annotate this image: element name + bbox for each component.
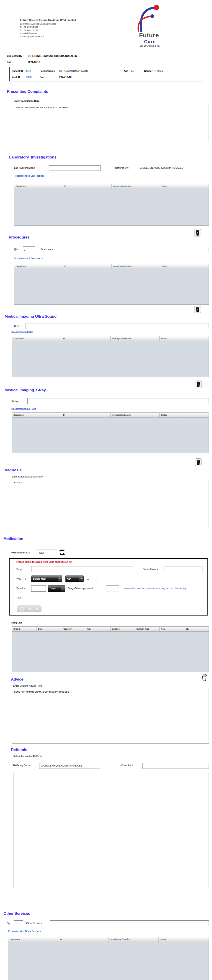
other-services-qty-input[interactable] [14,920,23,926]
trash-icon: ↻ [195,380,202,388]
recommended-procedures-link[interactable]: Recommended Procedures [14,257,43,259]
chevron-down-icon: ▼ [79,576,84,582]
trash-outline-icon [201,674,207,681]
lab-field-label: Lab Investingation : [14,167,35,169]
way-frequency-select[interactable]: OD ▼ [66,576,84,582]
complaints-textarea[interactable]: BREAST USS REPORT TODAY: BI-RADS 1 NORMA… [14,104,209,142]
svg-text:↻: ↻ [197,232,199,234]
lab-investigation-input[interactable] [49,165,101,171]
column-header-status: Status [160,184,209,189]
consulted-by-value: Dr. LEONEL ENRIQUE GUERRA ROSALES [28,54,77,57]
other-services-title: Other Services [3,912,30,916]
heart-icon: ♥ [148,40,150,43]
fraction-hint: Please add as decimal numbers when addin… [124,587,208,590]
column-header-id: ID [63,184,111,189]
visit-date-value: 2024-10-18 [59,76,72,78]
column-header-department: Department [14,184,63,189]
recommended-uss-link[interactable]: Recommended USS [11,331,33,333]
drug-list-label: Drug List [11,621,22,624]
way-label: Way : [16,578,26,580]
patient-name-label: Patient Name : [40,70,57,72]
prescription-id-input[interactable] [37,550,57,556]
complaints-prompt: Enter Complaints Here [14,100,39,102]
diagnosis-title: Diagnosis [3,468,21,473]
recommended-lab-testings-link[interactable]: Recommended Lab Testings [14,175,45,177]
plus-icon: + [20,607,24,611]
column-header-service: Investigation/Service [112,264,160,269]
column-header-service: Investigation/Service [111,336,160,341]
procedures-field-label: Procedures : [40,248,54,251]
xray-input[interactable] [27,398,209,404]
total-label: Total : [16,596,26,599]
way-meal-select[interactable]: Before Meal ▼ [31,576,62,582]
reffered-by-value: LEONEL ENRIQUE GUERRA ROSALES [140,167,183,169]
duration-input[interactable] [31,585,46,592]
advice-textarea[interactable]: SEND FOR MAMMOGRAM ACCORDING PROTOCOLO [12,688,209,743]
column-header-id: ID [61,413,111,417]
patient-gender-value: Female [156,70,164,72]
uss-title: Medical Imaging Ultra Sound [5,314,56,319]
column-header-service: Investigation/Service [111,413,160,417]
consulted-by-label: Consulted By : [7,54,24,57]
drug-table-header-row: Drug ID Drug Fequency Way Duration Durat… [12,627,209,632]
refresh-icon [59,549,65,556]
diagnosis-textarea[interactable]: BI-RADS 1 [12,479,209,529]
per-meal-label: Drugs/Tablets per meal : [68,587,94,590]
column-header-service: Investigation / Service [109,937,159,942]
column-header-id: ID [58,937,109,942]
drug-input[interactable] [31,566,133,572]
procedures-input[interactable] [65,247,209,252]
trash-icon: ↻ [194,229,201,237]
advice-prompt: Enter Doctor's Advice Here [13,684,42,687]
lab-delete-button[interactable]: ↻ [194,229,201,237]
other-services-qty-label: Qty : [7,922,12,924]
trash-icon: ↻ [195,458,202,466]
way-qty-input[interactable] [86,576,97,582]
reffering-doctor-input[interactable] [39,763,100,769]
recommended-other-services-link[interactable]: Recommended Other Services [8,930,41,932]
column-header-department: Department [8,937,58,942]
uss-input[interactable] [26,323,209,329]
other-services-table: Department ID Investigation / Service St… [8,937,209,980]
column-header-note: Note [159,627,184,632]
consult-date-value: 2024-10-18 [28,61,40,64]
uss-field-label: USS : [14,325,20,328]
logo-f-mark [137,3,164,32]
way-meal-value: Before Meal [33,578,46,580]
recommended-xrays-link[interactable]: Recommended X-Rays [11,408,36,410]
logo-tagline: Body Mind Soul [140,45,168,47]
company-address: Le Chainter,Victoria,Mahe,Seychelles [20,22,76,25]
xray-title: Medical Imaging X-Ray [5,388,46,393]
drug-entry-panel: Please select the Drug from Drug suggess… [9,558,208,616]
drug-label: Drug : [16,568,26,571]
drug-notice: Please select the Drug from Drug suggess… [16,560,72,563]
refferal-list-box[interactable] [13,773,209,888]
procedures-title: Procedures [9,235,30,240]
reffered-by-label: Reffered By : [115,167,130,169]
procedures-qty-input[interactable] [23,247,35,253]
duration-unit-select[interactable]: Day/s ▼ [48,585,65,592]
per-meal-input[interactable] [106,585,119,592]
lab-results-table: Department ID Investigation/Service Stat… [14,184,209,226]
column-header-status: Status [159,336,209,341]
advice-delete-button[interactable] [201,674,207,682]
procedures-delete-button[interactable]: ↻ [194,305,201,313]
company-email: E: jude@future.sc [20,32,76,35]
consultant-input[interactable] [143,763,209,769]
other-services-field-label: Other Services : [26,922,43,924]
uss-delete-button[interactable]: ↻ [195,380,202,388]
procedures-qty-label: Qty : [14,248,19,251]
patient-age-value: 55 [131,70,134,72]
add-drug-button[interactable]: + Add Drug [17,606,42,612]
advice-title: Advice [11,677,24,682]
special-notes-input[interactable] [165,566,202,572]
column-header-id: ID [61,336,111,341]
procedures-table: Department ID Investigation/Service Stat… [14,264,209,305]
way-frequency-value: OD [67,578,71,580]
xray-delete-button[interactable]: ↻ [195,458,202,466]
special-notes-label: Special Notes : [143,568,160,571]
patient-age-label: Age : [124,70,130,72]
other-services-input[interactable] [50,920,209,926]
refresh-prescription-button[interactable] [59,549,66,556]
column-header-qty: Qty [184,627,209,632]
